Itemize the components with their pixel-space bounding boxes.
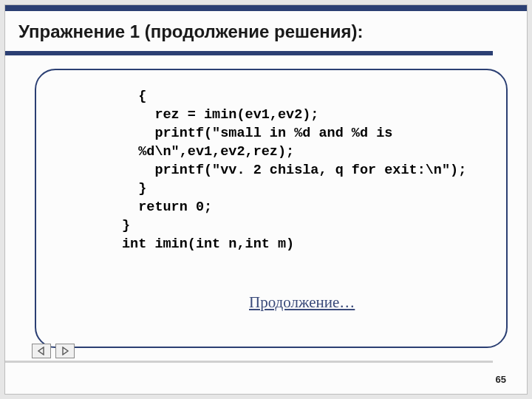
svg-marker-1 (63, 347, 68, 355)
triangle-right-icon (61, 347, 69, 355)
code-block: { rez = imin(ev1,ev2); printf("small in … (122, 88, 491, 254)
page-number: 65 (496, 374, 506, 385)
svg-marker-0 (38, 347, 44, 355)
nav-controls (32, 344, 75, 358)
continue-link[interactable]: Продолжение… (249, 293, 355, 312)
page-title: Упражнение 1 (продолжение решения): (18, 21, 364, 42)
prev-button[interactable] (32, 344, 51, 358)
triangle-left-icon (37, 347, 46, 355)
bottom-divider (5, 361, 493, 363)
title-underline (5, 51, 493, 55)
header-band (5, 5, 527, 11)
next-button[interactable] (55, 344, 75, 358)
slide: Упражнение 1 (продолжение решения): { re… (4, 4, 528, 395)
